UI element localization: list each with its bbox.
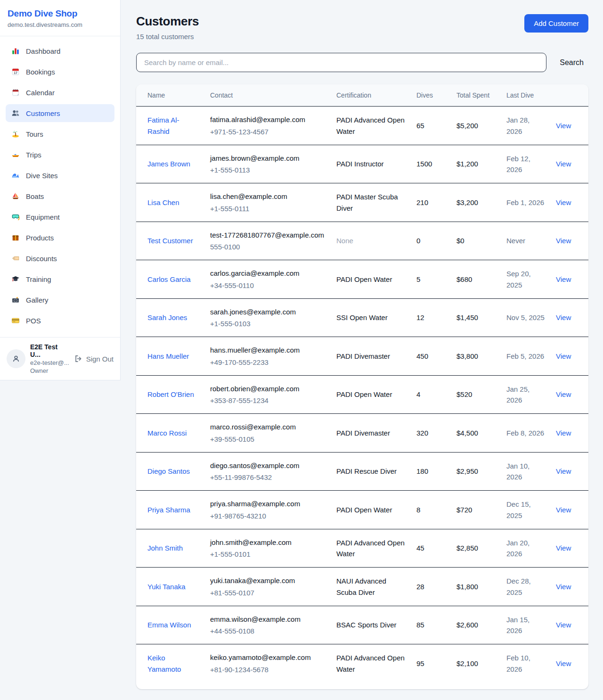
- customer-name-link[interactable]: Diego Santos: [147, 467, 190, 475]
- sidebar-item-discounts[interactable]: Discounts: [6, 249, 114, 267]
- customer-name-link[interactable]: Fatima Al-Rashid: [147, 116, 179, 135]
- customer-dives: 0: [416, 237, 420, 245]
- column-header-actions: [550, 84, 588, 107]
- customer-name-link[interactable]: Robert O'Brien: [147, 390, 194, 398]
- customer-certification: PADI Open Water: [336, 390, 392, 398]
- table-row: Yuki Tanaka yuki.tanaka@example.com +81-…: [136, 568, 588, 606]
- customer-dives: 28: [416, 583, 424, 591]
- view-link[interactable]: View: [556, 467, 571, 475]
- sidebar-item-dashboard[interactable]: Dashboard: [6, 42, 114, 60]
- sidebar-item-bookings[interactable]: 17 Bookings: [6, 63, 114, 81]
- customers-table-card: Name Contact Certification Dives Total S…: [136, 84, 588, 689]
- table-row: Test Customer test-1772681807767@example…: [136, 222, 588, 260]
- customer-email: yuki.tanaka@example.com: [210, 575, 325, 586]
- customer-total-spent: $520: [456, 390, 472, 398]
- customer-name-link[interactable]: Priya Sharma: [147, 506, 190, 514]
- view-link[interactable]: View: [556, 506, 571, 514]
- view-link[interactable]: View: [556, 313, 571, 321]
- customer-phone: +1-555-0101: [210, 549, 325, 560]
- view-link[interactable]: View: [556, 659, 571, 667]
- customer-name-link[interactable]: Test Customer: [147, 237, 193, 245]
- sidebar-item-customers[interactable]: Customers: [6, 104, 114, 122]
- customer-name-link[interactable]: Emma Wilson: [147, 621, 191, 629]
- page-header: Customers 15 total customers Add Custome…: [136, 14, 588, 41]
- customer-email: fatima.alrashid@example.com: [210, 114, 325, 125]
- customer-dives: 180: [416, 467, 428, 475]
- customer-phone: +39-555-0105: [210, 434, 325, 445]
- view-link[interactable]: View: [556, 390, 571, 398]
- customer-dives: 5: [416, 275, 420, 283]
- customer-certification: PADI Master Scuba Diver: [336, 193, 398, 212]
- sidebar-item-training[interactable]: Training: [6, 270, 114, 288]
- table-row: Fatima Al-Rashid fatima.alrashid@example…: [136, 107, 588, 145]
- customer-name-link[interactable]: Lisa Chen: [147, 198, 179, 206]
- table-row: Priya Sharma priya.sharma@example.com +9…: [136, 491, 588, 529]
- customer-last-dive: Dec 15, 2025: [506, 500, 531, 519]
- person-icon: [12, 354, 20, 363]
- view-link[interactable]: View: [556, 275, 571, 283]
- sidebar-item-dive-sites[interactable]: Dive Sites: [6, 166, 114, 184]
- customer-last-dive: Feb 1, 2026: [506, 198, 544, 206]
- customer-total-spent: $3,200: [456, 198, 478, 206]
- view-link[interactable]: View: [556, 352, 571, 360]
- sidebar-item-products[interactable]: Products: [6, 229, 114, 247]
- view-link[interactable]: View: [556, 160, 571, 168]
- add-customer-button[interactable]: Add Customer: [524, 14, 588, 33]
- customer-name-link[interactable]: Yuki Tanaka: [147, 583, 186, 591]
- view-link[interactable]: View: [556, 621, 571, 629]
- customer-phone: +49-170-555-2233: [210, 357, 325, 368]
- customer-dives: 210: [416, 198, 428, 206]
- search-bar: Search: [136, 53, 588, 72]
- customer-certification: NAUI Advanced Scuba Diver: [336, 577, 386, 596]
- graduation-cap-icon: [11, 275, 20, 283]
- spiral-calendar-icon: [11, 88, 20, 97]
- sidebar-item-trips[interactable]: Trips: [6, 146, 114, 164]
- customer-last-dive: Jan 10, 2026: [506, 462, 530, 481]
- customer-certification: SSI Open Water: [336, 313, 388, 321]
- speedboat-icon: [11, 150, 20, 159]
- customer-name-link[interactable]: Keiko Yamamoto: [147, 654, 181, 673]
- view-link[interactable]: View: [556, 237, 571, 245]
- customer-last-dive: Jan 15, 2026: [506, 616, 530, 634]
- customer-email: carlos.garcia@example.com: [210, 268, 325, 279]
- sidebar-item-equipment[interactable]: Equipment: [6, 208, 114, 226]
- main-content: Customers 15 total customers Add Custome…: [121, 0, 603, 700]
- view-link[interactable]: View: [556, 583, 571, 591]
- sidebar-item-calendar[interactable]: Calendar: [6, 83, 114, 101]
- customer-name-link[interactable]: Marco Rossi: [147, 429, 187, 437]
- calendar-date-icon: 17: [11, 67, 20, 76]
- customer-phone: +81-555-0107: [210, 587, 325, 598]
- customer-name-link[interactable]: John Smith: [147, 544, 183, 552]
- customer-email: sarah.jones@example.com: [210, 306, 325, 317]
- customer-phone: +55-11-99876-5432: [210, 472, 325, 483]
- table-row: James Brown james.brown@example.com +1-5…: [136, 145, 588, 183]
- sign-out-button[interactable]: Sign Out: [74, 354, 114, 363]
- column-header-name: Name: [136, 84, 204, 107]
- customer-certification: PADI Advanced Open Water: [336, 539, 405, 558]
- customer-dives: 12: [416, 313, 424, 321]
- search-button[interactable]: Search: [555, 55, 588, 71]
- view-link[interactable]: View: [556, 544, 571, 552]
- view-link[interactable]: View: [556, 122, 571, 130]
- total-customers-count: 15 total customers: [136, 33, 199, 41]
- customer-total-spent: $2,600: [456, 621, 478, 629]
- camera-icon: [11, 296, 20, 304]
- sidebar-item-gallery[interactable]: Gallery: [6, 291, 114, 309]
- customer-phone: +1-555-0111: [210, 203, 325, 214]
- table-row: Keiko Yamamoto keiko.yamamoto@example.co…: [136, 644, 588, 683]
- sidebar-item-tours[interactable]: Tours: [6, 125, 114, 143]
- sidebar-item-pos[interactable]: POS: [6, 312, 114, 329]
- customer-name-link[interactable]: James Brown: [147, 160, 190, 168]
- customer-name-link[interactable]: Carlos Garcia: [147, 275, 191, 283]
- sidebar-item-boats[interactable]: Boats: [6, 187, 114, 205]
- package-icon: [11, 233, 20, 242]
- customer-dives: 450: [416, 352, 428, 360]
- search-input[interactable]: [136, 53, 546, 72]
- customer-total-spent: $5,200: [456, 122, 478, 130]
- view-link[interactable]: View: [556, 198, 571, 206]
- view-link[interactable]: View: [556, 429, 571, 437]
- customer-name-link[interactable]: Hans Mueller: [147, 352, 189, 360]
- customer-name-link[interactable]: Sarah Jones: [147, 313, 187, 321]
- customer-last-dive: Feb 8, 2026: [506, 429, 544, 437]
- table-row: Hans Mueller hans.mueller@example.com +4…: [136, 337, 588, 376]
